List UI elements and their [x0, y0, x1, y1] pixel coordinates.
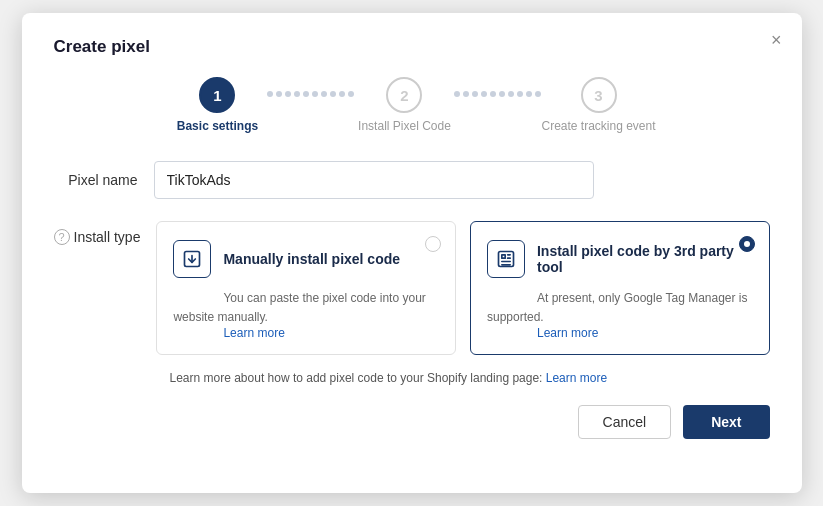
install-cards: Manually install pixel code You can past… — [156, 221, 769, 355]
card-1-title: Manually install pixel code — [223, 251, 400, 267]
modal-dialog: × Create pixel 1 Basic settings — [22, 13, 802, 493]
card-radio-manual — [425, 236, 441, 252]
step-2-label: Install Pixel Code — [358, 119, 451, 133]
pixel-name-input[interactable] — [154, 161, 594, 199]
card-2-learn-more[interactable]: Learn more — [487, 326, 753, 340]
card-2-header: Install pixel code by 3rd party tool — [487, 240, 753, 278]
install-type-row: ? Install type — [54, 221, 770, 355]
footer-note: Learn more about how to add pixel code t… — [54, 371, 770, 385]
close-button[interactable]: × — [771, 31, 782, 49]
modal-title: Create pixel — [54, 37, 770, 57]
tag-icon — [487, 240, 525, 278]
stepper: 1 Basic settings 2 — [54, 77, 770, 133]
card-2-title: Install pixel code by 3rd party tool — [537, 243, 753, 275]
next-button[interactable]: Next — [683, 405, 769, 439]
pixel-name-row: Pixel name — [54, 161, 770, 199]
card-1-header: Manually install pixel code — [173, 240, 439, 278]
modal-overlay: × Create pixel 1 Basic settings — [0, 0, 823, 506]
install-card-third-party[interactable]: Install pixel code by 3rd party tool At … — [470, 221, 770, 355]
install-card-manual[interactable]: Manually install pixel code You can past… — [156, 221, 456, 355]
install-type-label: Install type — [74, 229, 141, 245]
step-2: 2 Install Pixel Code — [354, 77, 454, 133]
help-icon[interactable]: ? — [54, 229, 70, 245]
card-1-learn-more[interactable]: Learn more — [173, 326, 439, 340]
cancel-button[interactable]: Cancel — [578, 405, 672, 439]
pixel-name-label: Pixel name — [54, 172, 154, 188]
dots-1-2 — [267, 91, 354, 97]
step-1: 1 Basic settings — [167, 77, 267, 133]
dots-2-3 — [454, 91, 541, 97]
step-3-circle: 3 — [581, 77, 617, 113]
step-1-circle: 1 — [199, 77, 235, 113]
step-1-label: Basic settings — [177, 119, 258, 133]
install-type-label-wrap: ? Install type — [54, 221, 157, 245]
step-2-circle: 2 — [386, 77, 422, 113]
step-3: 3 Create tracking event — [541, 77, 655, 133]
card-1-desc: You can paste the pixel code into your w… — [173, 291, 425, 324]
card-2-desc: At present, only Google Tag Manager is s… — [487, 291, 748, 324]
button-row: Cancel Next — [54, 405, 770, 439]
footer-learn-more-link[interactable]: Learn more — [546, 371, 607, 385]
card-radio-third-party — [739, 236, 755, 252]
step-3-label: Create tracking event — [541, 119, 655, 133]
download-icon — [173, 240, 211, 278]
